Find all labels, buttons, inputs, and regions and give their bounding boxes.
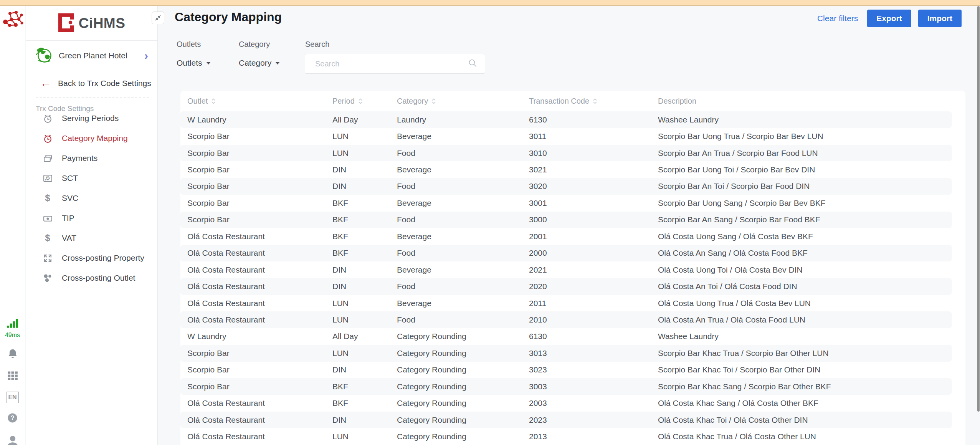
sidebar-item-sct[interactable]: 2K SCT — [26, 168, 157, 188]
table-header: Outlet Period Category Transaction Code … — [180, 91, 952, 111]
sidebar-item-tip[interactable]: TIP — [26, 208, 157, 228]
svg-text:2K: 2K — [46, 175, 50, 179]
back-to-trx-code-settings-link[interactable]: ← Back to Trx Code Settings — [26, 74, 157, 92]
cell-category: Category Rounding — [397, 365, 529, 374]
cihms-door-logo-icon — [58, 13, 74, 34]
cell-outlet: Scorpio Bar — [187, 382, 332, 391]
cell-outlet: Scorpio Bar — [187, 182, 332, 191]
cell-transaction-code: 3011 — [529, 132, 658, 141]
cell-description: Scorpio Bar Khac Toi / Scorpio Bar Other… — [658, 365, 952, 374]
table-row[interactable]: Olá Costa Restaurant DIN Food 2020 Olá C… — [180, 278, 952, 294]
header-actions: Clear filters Export Import — [817, 10, 962, 27]
table-row[interactable]: Olá Costa Restaurant LUN Category Roundi… — [180, 428, 952, 445]
cell-period: DIN — [332, 415, 397, 425]
cell-description: Olá Costa Khac Toi / Olá Costa Other DIN — [658, 415, 952, 425]
cell-period: BKF — [332, 382, 397, 391]
sort-icon[interactable] — [431, 98, 436, 104]
cell-category: Beverage — [397, 299, 529, 308]
search-input[interactable] — [315, 60, 468, 68]
column-header-category[interactable]: Category — [397, 97, 529, 106]
cell-outlet: Olá Costa Restaurant — [187, 315, 332, 324]
cell-description: Scorpio Bar Uong Trua / Scorpio Bar Bev … — [658, 132, 952, 141]
table-row[interactable]: Scorpio Bar LUN Beverage 3011 Scorpio Ba… — [180, 128, 952, 144]
table-row[interactable]: Scorpio Bar DIN Beverage 3021 Scorpio Ba… — [180, 161, 952, 178]
cell-transaction-code: 3021 — [529, 165, 658, 174]
table-row[interactable]: Olá Costa Restaurant DIN Beverage 2021 O… — [180, 261, 952, 278]
alarm-clock-icon — [43, 134, 53, 143]
cell-transaction-code: 3020 — [529, 182, 658, 191]
column-header-period[interactable]: Period — [332, 97, 397, 106]
outlets-dropdown[interactable]: Outlets — [177, 58, 211, 68]
cell-outlet: Scorpio Bar — [187, 215, 332, 224]
table-row[interactable]: Olá Costa Restaurant BKF Food 2000 Olá C… — [180, 245, 952, 261]
table-row[interactable]: Olá Costa Restaurant BKF Beverage 2001 O… — [180, 228, 952, 245]
user-profile-icon[interactable] — [6, 434, 19, 445]
cell-period: BKF — [332, 399, 397, 408]
scrollbar-thumb[interactable] — [977, 6, 980, 412]
table-row[interactable]: Olá Costa Restaurant BKF Category Roundi… — [180, 395, 952, 411]
sort-icon[interactable] — [358, 98, 363, 104]
cell-period: All Day — [332, 332, 397, 341]
dollar-icon: $ — [43, 193, 53, 203]
hotel-selector[interactable]: Green Planet Hotel › — [26, 43, 157, 68]
table-row[interactable]: Scorpio Bar BKF Category Rounding 3003 S… — [180, 378, 952, 395]
cell-description: Scorpio Bar An Trua / Scorpio Bar Food L… — [658, 149, 952, 158]
sidebar-collapse-button[interactable] — [152, 12, 164, 24]
sidebar-item-payments[interactable]: Payments — [26, 148, 157, 168]
cell-description: Olá Costa Uong Trua / Olá Costa Bev LUN — [658, 299, 952, 308]
cell-category: Category Rounding — [397, 349, 529, 358]
import-button[interactable]: Import — [918, 10, 962, 27]
table-row[interactable]: Olá Costa Restaurant DIN Category Roundi… — [180, 412, 952, 428]
cell-period: DIN — [332, 282, 397, 291]
cell-transaction-code: 6130 — [529, 115, 658, 124]
notifications-bell-icon[interactable] — [7, 348, 18, 361]
cell-category: Category Rounding — [397, 332, 529, 341]
page-scrollbar[interactable] — [977, 6, 980, 445]
sidebar-item-label: TIP — [62, 213, 74, 223]
help-icon[interactable]: ? — [7, 412, 18, 425]
language-selector[interactable]: EN — [7, 392, 19, 403]
table-row[interactable]: Olá Costa Restaurant LUN Food 2010 Olá C… — [180, 311, 952, 328]
table-row[interactable]: W Laundry All Day Laundry 6130 Washee La… — [180, 111, 952, 128]
table-row[interactable]: Scorpio Bar LUN Category Rounding 3013 S… — [180, 345, 952, 361]
sidebar-item-category-mapping[interactable]: Category Mapping — [26, 128, 157, 148]
column-header-outlet[interactable]: Outlet — [187, 97, 332, 106]
cell-outlet: Scorpio Bar — [187, 365, 332, 374]
table-row[interactable]: Scorpio Bar DIN Food 3020 Scorpio Bar An… — [180, 178, 952, 195]
category-dropdown[interactable]: Category — [239, 58, 280, 68]
sidebar-item-serving-periods[interactable]: Serving Periods — [26, 108, 157, 128]
cell-outlet: Scorpio Bar — [187, 149, 332, 158]
table-row[interactable]: Scorpio Bar LUN Food 3010 Scorpio Bar An… — [180, 145, 952, 161]
chevron-down-icon — [206, 62, 211, 65]
table-row[interactable]: W Laundry All Day Category Rounding 6130… — [180, 328, 952, 345]
cell-category: Laundry — [397, 115, 529, 124]
table-row[interactable]: Olá Costa Restaurant LUN Beverage 2011 O… — [180, 295, 952, 311]
table-row[interactable]: Scorpio Bar BKF Food 3000 Scorpio Bar An… — [180, 212, 952, 228]
sidebar-item-svc[interactable]: $ SVC — [26, 188, 157, 208]
table-row[interactable]: Scorpio Bar BKF Beverage 3001 Scorpio Ba… — [180, 195, 952, 211]
cell-period: LUN — [332, 149, 397, 158]
cell-period: All Day — [332, 115, 397, 124]
cell-outlet: W Laundry — [187, 332, 332, 341]
apps-grid-icon[interactable] — [7, 370, 18, 382]
sort-icon[interactable] — [211, 98, 216, 104]
sidebar-item-label: Cross-posting Outlet — [62, 273, 135, 283]
cell-period: LUN — [332, 349, 397, 358]
sidebar-item-vat[interactable]: $ VAT — [26, 228, 157, 248]
export-button[interactable]: Export — [867, 10, 911, 27]
cell-period: BKF — [332, 232, 397, 241]
sort-icon[interactable] — [593, 98, 597, 104]
cell-transaction-code: 2003 — [529, 399, 658, 408]
column-header-transaction-code[interactable]: Transaction Code — [529, 97, 658, 106]
sidebar-item-cross-posting-outlet[interactable]: Cross-posting Outlet — [26, 268, 157, 288]
sidebar-item-cross-posting-property[interactable]: Cross-posting Property — [26, 248, 157, 268]
cell-category: Food — [397, 149, 529, 158]
cell-category: Food — [397, 282, 529, 291]
image-2k-icon: 2K — [43, 174, 53, 183]
clear-filters-link[interactable]: Clear filters — [817, 14, 858, 23]
cell-category: Beverage — [397, 132, 529, 141]
cell-category: Food — [397, 215, 529, 224]
cell-period: BKF — [332, 215, 397, 224]
search-icon — [468, 59, 477, 69]
table-row[interactable]: Scorpio Bar DIN Category Rounding 3023 S… — [180, 362, 952, 378]
